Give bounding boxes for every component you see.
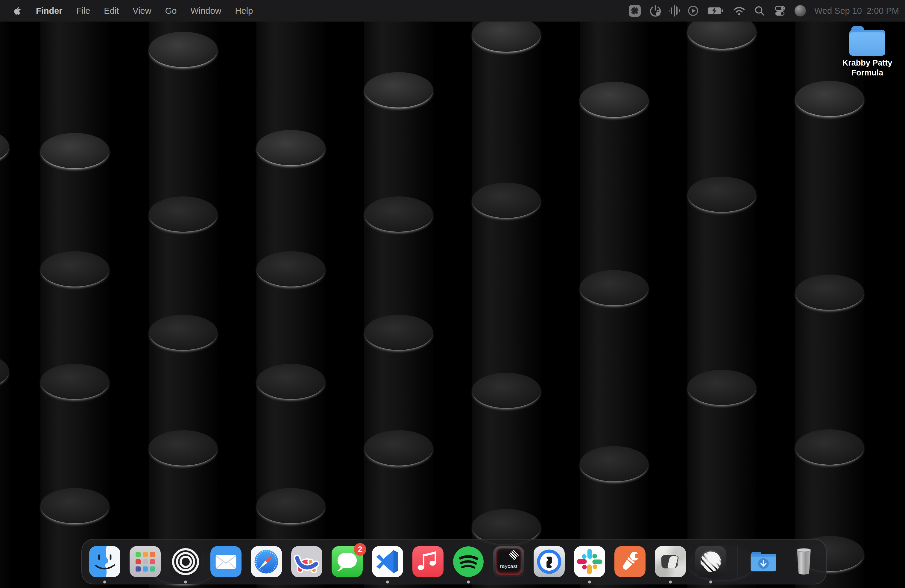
- dock-separator: [737, 545, 737, 578]
- desktop-folder-label: Krabby Patty Formula: [837, 58, 898, 78]
- menu-item-file[interactable]: File: [76, 6, 90, 16]
- launchpad-icon: [130, 546, 161, 577]
- dock-item-orb-app[interactable]: [695, 546, 726, 577]
- wallpaper-cylinder-top: [0, 129, 9, 164]
- starburst-app-icon[interactable]: [629, 0, 641, 22]
- dock-item-rings-app[interactable]: [170, 546, 201, 577]
- apple-music-icon: [413, 546, 443, 577]
- wallpaper-cylinder-top: [40, 133, 109, 168]
- control-center-icon[interactable]: [773, 0, 786, 22]
- notification-badge: 2: [354, 543, 366, 556]
- wallpaper-cylinder-top: [580, 446, 649, 482]
- wallpaper-column: [149, 0, 218, 588]
- wallpaper: [0, 0, 905, 588]
- wallpaper-column: [0, 0, 9, 588]
- wallpaper-cylinder-top: [795, 81, 864, 116]
- 1password-icon: [533, 546, 565, 577]
- wifi-icon[interactable]: [733, 0, 746, 22]
- arc-browser-icon: [291, 546, 322, 577]
- wallpaper-cylinder-top: [256, 364, 325, 399]
- wallpaper-cylinder-top: [472, 16, 541, 52]
- postman-icon: [614, 546, 646, 577]
- dock-item-messages[interactable]: 2: [332, 546, 363, 577]
- menu-item-edit[interactable]: Edit: [104, 6, 119, 16]
- dock-item-1password[interactable]: [533, 546, 565, 577]
- now-playing-icon[interactable]: [687, 0, 699, 22]
- wallpaper-cylinder-top: [795, 429, 864, 465]
- wallpaper-column: [40, 0, 109, 588]
- menu-bar-time: 2:00 PM: [867, 6, 899, 16]
- wallpaper-column: [256, 0, 325, 588]
- search-icon[interactable]: [754, 0, 765, 22]
- wallpaper-cylinder-top: [364, 72, 433, 108]
- dock-item-music[interactable]: [413, 546, 443, 577]
- striped-diamond-icon[interactable]: [670, 0, 679, 22]
- wallpaper-cylinder-top: [256, 488, 325, 523]
- wallpaper-cylinder-top: [149, 196, 218, 232]
- desktop: Finder File Edit View Go Window Help: [0, 0, 905, 588]
- wallpaper-column: [687, 0, 756, 588]
- wallpaper-cylinder-top: [40, 364, 109, 399]
- dock-item-mail[interactable]: [210, 546, 241, 577]
- trash-icon: [788, 546, 819, 577]
- dock-item-launchpad[interactable]: [130, 546, 161, 577]
- safari-icon: [251, 546, 282, 577]
- wallpaper-cylinder-top: [472, 373, 541, 408]
- striped-orb-app-icon: [695, 546, 726, 577]
- battery-charging-icon[interactable]: [707, 0, 724, 22]
- power-lock-icon[interactable]: [649, 0, 662, 22]
- wallpaper-cylinder-top: [687, 370, 756, 405]
- dock-item-finder[interactable]: [89, 546, 120, 577]
- dock-item-spotify[interactable]: [453, 546, 484, 577]
- menu-item-view[interactable]: View: [133, 6, 151, 16]
- dock-item-slack[interactable]: [574, 546, 605, 577]
- concentric-rings-app-icon: [170, 546, 201, 577]
- dock-item-downloads[interactable]: [748, 546, 779, 577]
- menu-bar-left: Finder File Edit View Go Window Help: [0, 6, 253, 16]
- wallpaper-cylinder-top: [795, 275, 864, 310]
- wallpaper-cylinder-top: [40, 488, 109, 523]
- mail-icon: [210, 546, 241, 577]
- sphere-menu-extra-icon[interactable]: [795, 0, 806, 22]
- menu-bar-date: Wed Sep 10: [814, 6, 862, 16]
- menu-bar-status: Wed Sep 10 2:00 PM: [629, 0, 905, 22]
- wallpaper-cylinder-top: [149, 32, 218, 67]
- wallpaper-column: [580, 0, 649, 588]
- dock-item-safari[interactable]: [251, 546, 282, 577]
- menu-bar: Finder File Edit View Go Window Help: [0, 0, 905, 22]
- menu-item-go[interactable]: Go: [165, 6, 177, 16]
- menu-item-window[interactable]: Window: [191, 6, 221, 16]
- wallpaper-cylinder-top: [40, 251, 109, 286]
- apple-logo-icon[interactable]: [13, 6, 22, 16]
- wallpaper-column: [364, 0, 433, 588]
- wallpaper-cylinder-top: [256, 251, 325, 286]
- desktop-folder-krabby-patty[interactable]: Krabby Patty Formula: [834, 26, 901, 78]
- menu-item-finder[interactable]: Finder: [36, 6, 62, 16]
- wallpaper-cylinder-top: [149, 430, 218, 466]
- running-indicator: [669, 580, 672, 583]
- marble-cards-app-icon: [655, 546, 686, 577]
- wallpaper-cylinder-top: [472, 183, 541, 218]
- dock-item-vscode[interactable]: [372, 546, 403, 577]
- running-indicator: [103, 580, 106, 583]
- running-indicator: [467, 580, 470, 583]
- menu-bar-clock[interactable]: Wed Sep 10 2:00 PM: [814, 6, 899, 16]
- dock-item-postman[interactable]: [614, 546, 646, 577]
- menu-item-help[interactable]: Help: [235, 6, 253, 16]
- wallpaper-cylinder-top: [364, 430, 433, 466]
- dock-item-raycast[interactable]: raycast: [493, 546, 524, 577]
- dock-item-cards-app[interactable]: [655, 546, 686, 577]
- dock-item-trash[interactable]: [788, 546, 819, 577]
- wallpaper-cylinder-top: [580, 270, 649, 305]
- dock-item-arc[interactable]: [291, 546, 322, 577]
- running-indicator: [184, 580, 187, 583]
- raycast-icon: raycast: [493, 546, 524, 577]
- wallpaper-cylinder-top: [0, 353, 9, 389]
- dock: 2: [81, 539, 827, 585]
- slack-icon: [574, 546, 605, 577]
- spotify-icon: [453, 546, 484, 577]
- downloads-folder-icon: [748, 546, 779, 577]
- running-indicator: [588, 580, 591, 583]
- vscode-icon: [372, 546, 403, 577]
- wallpaper-cylinder-top: [687, 176, 756, 212]
